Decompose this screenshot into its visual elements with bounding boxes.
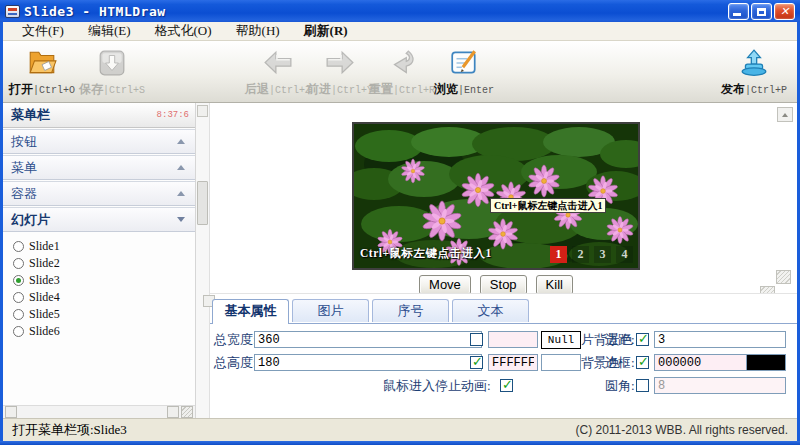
close-button[interactable]	[774, 3, 795, 20]
radio-icon[interactable]	[13, 275, 24, 286]
web-bg-swatch[interactable]	[541, 354, 581, 371]
slideshow-preview[interactable]: Ctrl+鼠标左键点击进入1 Ctrl+鼠标左键点击进入1 1 2 3 4	[352, 122, 640, 270]
sidebar-horizontal-scrollbar[interactable]	[3, 405, 195, 418]
menu-item-refresh[interactable]: 刷新(R)	[293, 21, 359, 41]
slide-label: Slide1	[29, 239, 60, 254]
window-frame-bottom	[0, 441, 800, 445]
margin-checkbox[interactable]	[636, 333, 649, 346]
app-icon	[5, 5, 20, 18]
scroll-up-button[interactable]	[197, 105, 208, 117]
total-height-input[interactable]	[254, 354, 482, 371]
sidebar-header: 菜单栏 8:37:6	[3, 103, 195, 128]
pager-item-3[interactable]: 3	[594, 246, 611, 263]
preview-caption: Ctrl+鼠标左键点击进入1	[360, 246, 492, 261]
chevron-up-icon	[177, 191, 185, 196]
status-message: 打开菜单栏项:Slide3	[12, 421, 127, 439]
scroll-left-button[interactable]	[5, 406, 17, 418]
radius-label: 圆角:	[605, 377, 635, 394]
minimize-button[interactable]	[728, 3, 749, 20]
slide-radio-item[interactable]: Slide1	[13, 238, 195, 255]
toolbar-back-button[interactable]: 后退|Ctrl+Z	[249, 48, 307, 98]
toolbar-browse-shortcut: |Enter	[458, 85, 494, 96]
sidebar-section-menus[interactable]: 菜单	[3, 155, 195, 180]
toolbar: 打开|Ctrl+O 保存|Ctrl+S 后退|Ctrl+Z 前进|Ctrl+Y …	[3, 41, 797, 103]
arrow-left-icon	[263, 48, 293, 78]
stop-on-hover-checkbox[interactable]	[500, 379, 513, 392]
slide-radio-item[interactable]: Slide6	[13, 323, 195, 340]
border-color-field[interactable]	[654, 354, 747, 371]
minimize-icon	[733, 13, 741, 16]
scroll-right-button[interactable]	[167, 406, 179, 418]
scrollbar-thumb[interactable]	[197, 181, 208, 225]
tab-index[interactable]: 序号	[372, 299, 449, 322]
radio-icon[interactable]	[13, 326, 24, 337]
toolbar-save-button[interactable]: 保存|Ctrl+S	[83, 48, 141, 98]
titlebar[interactable]: Slide3 - HTMLDraw	[0, 0, 800, 22]
toolbar-forward-label: 前进	[307, 82, 331, 96]
toolbar-back-label: 后退	[245, 82, 269, 96]
toolbar-reset-button[interactable]: 重置|Ctrl+R	[373, 48, 431, 98]
scroll-up-button[interactable]	[777, 107, 793, 122]
menu-item-edit[interactable]: 编辑(E)	[77, 21, 142, 41]
toolbar-open-shortcut: |Ctrl+O	[33, 85, 75, 96]
preview-controls: Move Stop Kill	[352, 275, 640, 295]
pager-item-2[interactable]: 2	[572, 246, 589, 263]
radio-icon[interactable]	[13, 258, 24, 269]
toolbar-open-button[interactable]: 打开|Ctrl+O	[13, 48, 71, 98]
resize-grip-icon[interactable]	[776, 270, 791, 284]
radio-icon[interactable]	[13, 241, 24, 252]
arrow-reset-icon	[387, 48, 417, 78]
pager-item-4[interactable]: 4	[616, 246, 633, 263]
toolbar-forward-button[interactable]: 前进|Ctrl+Y	[311, 48, 369, 98]
border-checkbox[interactable]	[636, 356, 649, 369]
toolbar-reset-shortcut: |Ctrl+R	[393, 85, 435, 96]
menu-item-file[interactable]: 文件(F)	[11, 21, 75, 41]
margin-input[interactable]	[654, 331, 786, 348]
web-bg-checkbox[interactable]	[470, 356, 483, 369]
toolbar-publish-button[interactable]: 发布|Ctrl+P	[725, 48, 783, 98]
web-bg-color-field[interactable]	[488, 354, 538, 371]
maximize-button[interactable]	[751, 3, 772, 20]
null-button[interactable]: Null	[541, 331, 581, 349]
tab-strip-divider	[210, 323, 797, 324]
total-width-input[interactable]	[254, 331, 482, 348]
toolbar-publish-label: 发布	[721, 82, 745, 96]
radius-input[interactable]	[654, 377, 786, 394]
sidebar-section-buttons[interactable]: 按钮	[3, 129, 195, 154]
slide-radio-item[interactable]: Slide3	[13, 272, 195, 289]
kill-button[interactable]: Kill	[536, 275, 573, 295]
slide-radio-item[interactable]: Slide4	[13, 289, 195, 306]
section-label: 菜单	[11, 159, 37, 177]
slide-label: Slide3	[29, 273, 60, 288]
section-label: 容器	[11, 185, 37, 203]
save-icon	[97, 48, 127, 78]
pager-item-1[interactable]: 1	[550, 246, 567, 263]
menu-item-format[interactable]: 格式化(O)	[144, 21, 223, 41]
stop-button[interactable]: Stop	[480, 275, 527, 295]
tab-text[interactable]: 文本	[452, 299, 529, 322]
radio-icon[interactable]	[13, 292, 24, 303]
toolbar-browse-button[interactable]: 浏览|Enter	[435, 48, 493, 98]
slide-bg-color-field[interactable]	[488, 331, 538, 348]
sidebar-section-slides[interactable]: 幻灯片	[3, 207, 195, 232]
slide-label: Slide4	[29, 290, 60, 305]
resize-grip-icon[interactable]	[181, 406, 193, 418]
stop-on-hover-label: 鼠标进入停止动画:	[383, 377, 491, 394]
move-button[interactable]: Move	[419, 275, 471, 295]
slide-radio-item[interactable]: Slide2	[13, 255, 195, 272]
sidebar-scrollbar[interactable]	[196, 103, 210, 418]
slide-bg-checkbox[interactable]	[470, 333, 483, 346]
tab-image[interactable]: 图片	[292, 299, 369, 322]
slide-radio-item[interactable]: Slide5	[13, 306, 195, 323]
slide-label: Slide6	[29, 324, 60, 339]
radius-checkbox[interactable]	[636, 379, 649, 392]
border-color-swatch[interactable]	[746, 354, 786, 371]
sidebar-section-containers[interactable]: 容器	[3, 181, 195, 206]
radio-icon[interactable]	[13, 309, 24, 320]
tab-basic-properties[interactable]: 基本属性	[212, 299, 289, 324]
toolbar-forward-shortcut: |Ctrl+Y	[331, 85, 373, 96]
publish-icon	[739, 48, 769, 78]
slide-list: Slide1 Slide2 Slide3 Slide4 Slide5 Slide…	[3, 232, 195, 340]
menu-item-help[interactable]: 帮助(H)	[225, 21, 291, 41]
edit-note-icon	[449, 48, 479, 78]
